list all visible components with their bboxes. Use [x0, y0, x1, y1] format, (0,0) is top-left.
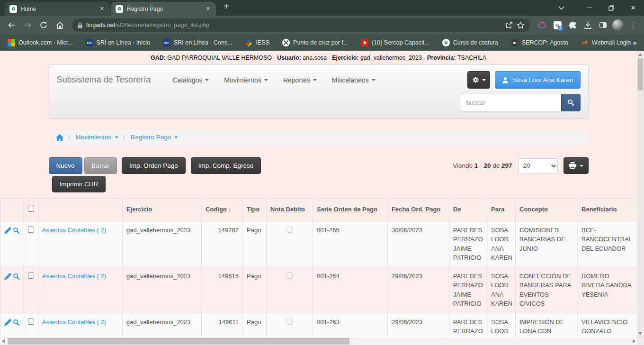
breadcrumb-movimientos[interactable]: Movimientos: [75, 134, 118, 141]
edit-pencil-icon[interactable]: [4, 320, 13, 327]
asientos-contables-link[interactable]: Asientos Contables ( 2): [42, 318, 106, 326]
column-header-concepto[interactable]: Concepto: [516, 199, 578, 221]
profile-avatar[interactable]: [611, 18, 625, 32]
vertical-scrollbar-thumb[interactable]: [638, 58, 643, 91]
chevron-down-icon: [174, 136, 178, 138]
imp-comp-egreso-button[interactable]: Imp. Comp. Egreso: [191, 157, 261, 174]
imprimir-cur-button[interactable]: Imprimir CUR: [52, 176, 106, 192]
scroll-up-arrow-icon[interactable]: [638, 53, 642, 56]
print-button[interactable]: [564, 157, 589, 174]
extensions-puzzle-icon[interactable]: [565, 18, 580, 32]
bookmark-item[interactable]: Punto de cruz por f...: [282, 39, 348, 46]
cell-fecha: 30/06/2023: [388, 221, 449, 267]
downloads-icon[interactable]: [581, 18, 595, 32]
share-icon[interactable]: [505, 21, 513, 29]
registro-pago-table: EjercicioCodigo↓TipoNota DebitoSerie Ord…: [0, 198, 637, 337]
bookmarks-items: Outlook.com - Micr...SRISRI en Línea - I…: [8, 39, 633, 46]
cell-fecha: 29/06/2023: [388, 313, 449, 337]
bookmark-item[interactable]: SRISRI en Línea - Inicio: [86, 39, 150, 46]
bookmark-item[interactable]: SRISRI en Línea - Cons...: [163, 39, 233, 46]
column-header-beneficiario[interactable]: Beneficiario: [578, 199, 637, 221]
tab-close-icon[interactable]: ✕: [98, 5, 106, 12]
url-text: fingads.net/sf2/tesoreria/registro_pago_…: [86, 22, 209, 28]
scroll-down-arrow-icon[interactable]: [638, 332, 642, 335]
restore-button[interactable]: [600, 0, 622, 16]
borrar-button[interactable]: Borrar: [84, 157, 117, 174]
column-header-codigo[interactable]: Codigo↓: [202, 199, 243, 221]
horizontal-scrollbar[interactable]: [0, 337, 637, 345]
bookmarks-overflow-chevron[interactable]: »: [633, 39, 636, 46]
tab-search-chevron-icon[interactable]: [550, 0, 572, 16]
row-checkbox[interactable]: [28, 227, 34, 233]
view-magnifier-icon[interactable]: [13, 320, 21, 327]
tab-home[interactable]: Home ✕: [5, 2, 110, 16]
minimize-button[interactable]: [579, 0, 600, 16]
cell-tipo: Pago: [243, 221, 267, 267]
row-checkbox[interactable]: [28, 318, 34, 325]
close-window-button[interactable]: ✕: [622, 0, 644, 16]
scroll-right-arrow-icon[interactable]: [633, 339, 635, 343]
settings-gear-button[interactable]: [467, 71, 490, 89]
bookmark-item[interactable]: mSERCOP: Agosto: [511, 39, 568, 46]
view-magnifier-icon[interactable]: [13, 228, 21, 236]
column-header-nota_debito[interactable]: Nota Debito: [267, 199, 313, 221]
forward-icon[interactable]: [20, 18, 35, 33]
app-navbar: Subsistema de Tesorería CatalogosMovimie…: [49, 64, 589, 118]
column-header-tipo[interactable]: Tipo: [243, 199, 267, 221]
menu-catalogos[interactable]: Catalogos: [172, 76, 209, 84]
breadcrumb-registro-pago[interactable]: Registro Pago: [131, 134, 179, 141]
bookmark-item[interactable]: UCurso de costura: [442, 39, 498, 46]
select-all-checkbox[interactable]: [28, 206, 34, 212]
vertical-scrollbar[interactable]: [637, 51, 644, 337]
user-button[interactable]: Sosa Loor Ana Karen: [495, 71, 580, 89]
menu-label: Reportes: [283, 76, 310, 84]
cell-select: [24, 221, 38, 267]
column-header-ejercicio[interactable]: Ejercicio: [123, 199, 202, 221]
column-header-de[interactable]: De: [449, 199, 487, 221]
bookmark-item[interactable]: cPWebmail Login: [581, 39, 631, 46]
imp-orden-pago-button[interactable]: Imp. Orden Pago: [122, 157, 186, 174]
column-header-select: [24, 199, 38, 221]
search-button[interactable]: [561, 94, 581, 111]
edit-pencil-icon[interactable]: [4, 274, 13, 281]
column-header-label: Para: [491, 206, 504, 213]
asientos-contables-link[interactable]: Asientos Contables ( 2): [42, 227, 106, 234]
column-header-serie[interactable]: Serie Orden de Pago: [313, 199, 388, 221]
asientos-contables-link[interactable]: Asientos Contables ( 2): [42, 272, 106, 280]
search-input[interactable]: [461, 94, 561, 111]
home-icon[interactable]: [52, 18, 67, 33]
cell-tipo: Pago: [243, 267, 267, 313]
table-row: Asientos Contables ( 2)gad_vallehermos_2…: [0, 221, 637, 267]
translate-icon[interactable]: G文: [550, 18, 564, 32]
bookmark-item[interactable]: IESS: [245, 39, 270, 46]
table-row: Asientos Contables ( 2)gad_vallehermos_2…: [0, 313, 637, 337]
nuevo-button[interactable]: Nuevo: [49, 157, 82, 174]
column-header-fecha[interactable]: Fecha Ord. Pago: [388, 199, 449, 221]
breadcrumb-home[interactable]: [56, 134, 63, 141]
tab-close-icon[interactable]: ✕: [204, 5, 212, 12]
menu-reportes[interactable]: Reportes: [283, 76, 317, 84]
new-tab-button[interactable]: +: [217, 1, 236, 15]
bookmark-label: Punto de cruz por f...: [293, 39, 348, 46]
kebab-menu-icon[interactable]: ⋮: [626, 18, 640, 32]
reload-icon[interactable]: [36, 18, 51, 33]
edit-pencil-icon[interactable]: [4, 228, 13, 236]
menu-miscelaneos[interactable]: Miscelaneos: [332, 76, 376, 84]
url-bar[interactable]: fingads.net/sf2/tesoreria/registro_pago_…: [72, 18, 530, 32]
horizontal-scrollbar-thumb[interactable]: [8, 338, 349, 345]
tab-registro-pago[interactable]: Registro Pago ✕: [111, 2, 216, 16]
side-panel-icon[interactable]: [596, 18, 610, 32]
bookmark-item[interactable]: Outlook.com - Micr...: [8, 39, 73, 46]
row-checkbox[interactable]: [28, 272, 34, 279]
bookmark-star-icon[interactable]: [517, 21, 525, 29]
column-header-para[interactable]: Para: [487, 199, 516, 221]
bookmark-item[interactable]: (10) Sercop Capacit...: [361, 39, 429, 46]
app-brand: Subsistema de Tesorería: [57, 75, 151, 85]
scroll-left-arrow-icon[interactable]: [2, 339, 5, 343]
menu-movimientos[interactable]: Movimientos: [224, 76, 268, 84]
user-button-label: Sosa Loor Ana Karen: [512, 76, 573, 83]
cloud-extension-icon[interactable]: [535, 18, 549, 32]
page-size-select[interactable]: 20: [518, 158, 558, 173]
back-icon[interactable]: [4, 18, 19, 33]
view-magnifier-icon[interactable]: [13, 274, 21, 281]
